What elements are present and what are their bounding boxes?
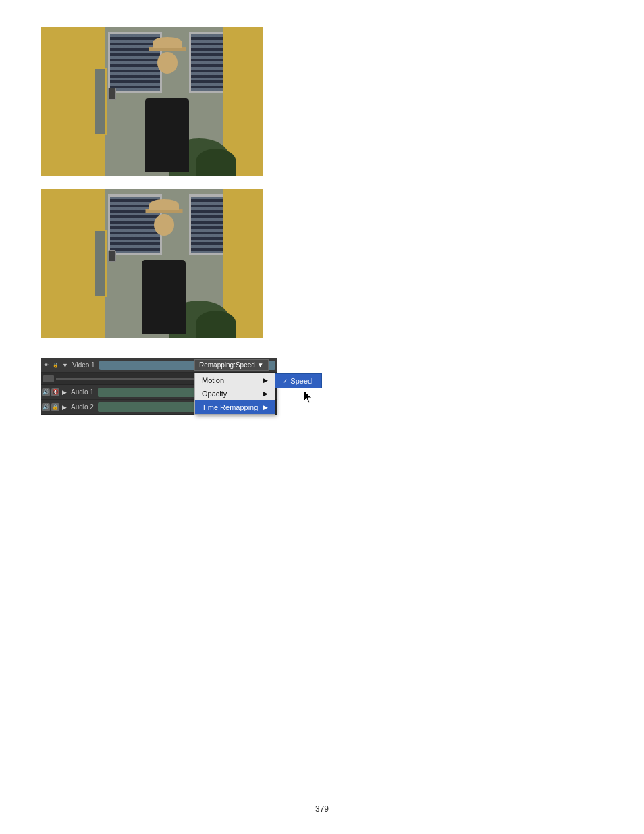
video-frame-2 [41, 189, 263, 338]
speed-checkmark: ✓ [282, 377, 288, 385]
dropdown-menu: Motion ▶ Opacity ▶ Time Remapping ▶ ✓ [194, 373, 275, 415]
collapse-arrow[interactable]: ▼ [62, 362, 68, 369]
eye-icon[interactable]: 👁 [42, 361, 50, 369]
audio1-track-label: Audio 1 [71, 388, 94, 396]
lock-icon-2[interactable]: 🔒 [51, 403, 59, 411]
svg-marker-0 [304, 390, 311, 403]
speed-label: Speed [290, 377, 312, 385]
time-remapping-arrow: ▶ [263, 404, 268, 411]
video-track-label: Video 1 [72, 361, 95, 369]
audio2-track-label: Audio 2 [71, 403, 94, 411]
speaker-icon-1[interactable]: 🔊 [42, 388, 50, 396]
video-track-row: 👁 🔒 ▼ Video 1 Remapping:Speed ▼ [41, 358, 277, 373]
menu-item-time-remapping[interactable]: Time Remapping ▶ ✓ Speed [195, 400, 275, 414]
opacity-arrow: ▶ [263, 390, 268, 397]
cursor [304, 390, 313, 407]
lock-icon[interactable]: 🔒 [51, 361, 59, 369]
video-frame-1 [41, 27, 263, 176]
page-number: 379 [315, 804, 329, 814]
motion-label: Motion [202, 376, 224, 384]
page-content: 👁 🔒 ▼ Video 1 Remapping:Speed ▼ 🔊 🔇 [0, 0, 644, 442]
mute-icon-1[interactable]: 🔇 [51, 388, 59, 396]
timeline-panel: 👁 🔒 ▼ Video 1 Remapping:Speed ▼ 🔊 🔇 [41, 358, 603, 415]
speed-submenu: ✓ Speed [275, 373, 322, 388]
motion-arrow: ▶ [263, 377, 268, 384]
expand-arrow-2[interactable]: ▶ [62, 404, 67, 411]
menu-item-opacity[interactable]: Opacity ▶ [195, 387, 275, 400]
dropdown-label: Remapping:Speed [199, 361, 255, 369]
menu-item-motion[interactable]: Motion ▶ [195, 373, 275, 387]
speaker-icon-2[interactable]: 🔊 [42, 403, 50, 411]
time-remapping-label: Time Remapping [202, 403, 258, 411]
expand-arrow-1[interactable]: ▶ [62, 389, 67, 396]
keyframe-icon [43, 375, 54, 382]
opacity-label: Opacity [202, 390, 227, 398]
dropdown-trigger[interactable]: Remapping:Speed ▼ [194, 359, 269, 371]
dropdown-arrow: ▼ [257, 361, 264, 369]
submenu-speed-item[interactable]: ✓ Speed [275, 374, 321, 388]
